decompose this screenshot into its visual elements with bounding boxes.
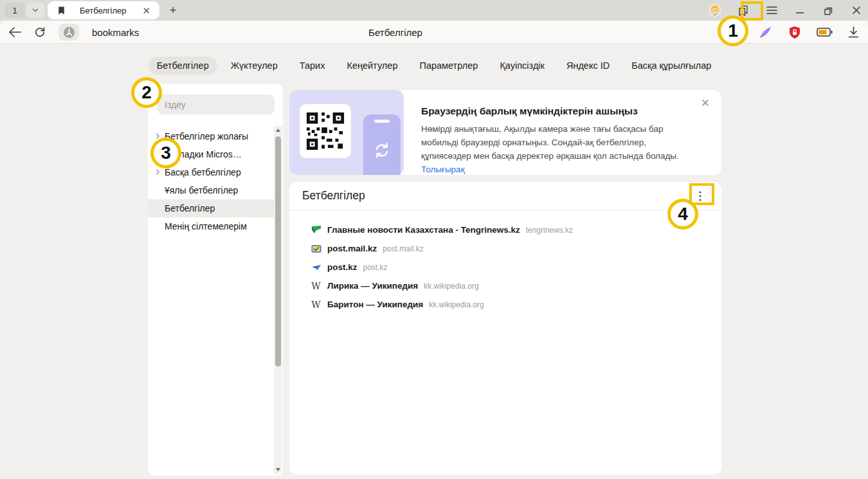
tab-counter-label: 1 <box>12 6 17 15</box>
browser-tab[interactable]: Бетбелгілер ✕ <box>48 1 159 19</box>
browser-window: 1 Бетбелгілер ✕ + <box>0 0 868 479</box>
sidebar-scrollbar[interactable] <box>274 126 282 474</box>
scrollbar-thumb[interactable] <box>275 136 281 366</box>
shield-protect-icon[interactable] <box>788 26 801 39</box>
bookmark-icon <box>57 6 66 15</box>
download-icon[interactable] <box>848 26 859 38</box>
bookmark-row[interactable]: post.mail.kz post.mail.kz <box>289 239 721 258</box>
phone-notch <box>374 120 390 123</box>
tree-item-my-links[interactable]: Менің сілтемелерім <box>148 217 274 235</box>
annotation-highlight-panel-icon <box>741 1 763 21</box>
tengrinews-icon <box>311 224 321 235</box>
mobile-promo-banner: Браузердің барлық мүмкіндіктерін ашыңыз … <box>289 90 721 175</box>
bookmark-row[interactable]: Главные новости Казахстана - Tengrinews.… <box>289 221 721 239</box>
menu-hamburger-icon[interactable] <box>765 4 778 17</box>
post-kz-icon <box>311 262 321 273</box>
user-avatar[interactable] <box>709 4 721 17</box>
window-restore-button[interactable] <box>822 4 835 17</box>
tab-counter-button[interactable]: 1 <box>5 3 25 18</box>
bookmark-row[interactable]: post.kz post.kz <box>289 258 721 276</box>
annotation-step-2: 2 <box>131 77 162 108</box>
annotation-step-3: 3 <box>150 138 181 168</box>
chevron-down-icon <box>31 6 40 15</box>
back-button[interactable] <box>9 27 21 37</box>
sync-icon <box>373 141 391 159</box>
scroll-up-icon[interactable] <box>275 128 281 132</box>
tab-bookmarks[interactable]: Бетбелгілер <box>149 57 217 75</box>
annotation-step-4: 4 <box>667 199 698 230</box>
address-bar-page-title: Бетбелгілер <box>368 21 422 44</box>
bookmarks-list: Главные новости Казахстана - Tengrinews.… <box>289 221 721 314</box>
tab-extensions[interactable]: Кеңейтулер <box>338 57 406 75</box>
tab-downloads[interactable]: Жүктеулер <box>222 57 286 75</box>
battery-icon[interactable] <box>817 28 833 37</box>
feather-extension-icon[interactable] <box>759 26 773 39</box>
annotation-highlight-kebab <box>689 183 714 205</box>
tree-item-mobile-bookmarks[interactable]: Ұялы бетбелгілер <box>148 181 274 199</box>
settings-nav-tabs: Бетбелгілер Жүктеулер Тарих Кеңейтулер П… <box>0 57 868 75</box>
window-minimize-button[interactable] <box>793 4 806 17</box>
banner-close-icon[interactable]: ✕ <box>698 95 712 111</box>
bookmarks-panel-title: Бетбелгілер <box>302 189 365 203</box>
tab-security[interactable]: Қауіпсіздік <box>491 57 553 75</box>
banner-title: Браузердің барлық мүмкіндіктерін ашыңыз <box>421 105 638 117</box>
qr-code <box>300 104 351 158</box>
window-close-button[interactable] <box>850 4 863 17</box>
tab-history[interactable]: Тарих <box>291 57 334 75</box>
banner-more-link[interactable]: Толығырақ <box>421 165 465 174</box>
banner-body: Нөмірді анықтағыш, Ақылды камера және та… <box>421 122 696 175</box>
wikipedia-icon: W <box>311 280 321 291</box>
mail-kz-icon <box>311 243 321 254</box>
new-tab-button[interactable]: + <box>165 2 181 19</box>
wikipedia-icon: W <box>311 299 321 310</box>
tab-close-icon[interactable]: ✕ <box>140 5 153 17</box>
protect-badge[interactable] <box>59 24 79 41</box>
chevron-right-icon[interactable] <box>154 168 162 176</box>
url-text[interactable]: bookmarks <box>92 27 139 38</box>
tab-settings[interactable]: Параметрлер <box>411 57 486 75</box>
bookmarks-panel-header: Бетбелгілер <box>289 182 721 210</box>
phone-illustration <box>363 114 401 175</box>
banner-illustration <box>289 90 404 175</box>
scroll-down-icon[interactable] <box>275 467 281 472</box>
search-input[interactable] <box>157 95 275 114</box>
annotation-step-1: 1 <box>718 15 748 46</box>
tree-item-bookmarks[interactable]: Бетбелгілер <box>148 199 274 217</box>
tab-title: Бетбелгілер <box>66 6 140 15</box>
tab-yandex-id[interactable]: Яндекс ID <box>558 57 618 75</box>
reload-button[interactable] <box>34 26 46 38</box>
tabs-dropdown-button[interactable] <box>26 3 44 18</box>
bookmark-row[interactable]: W Лирика — Уикипедия kk.wikipedia.org <box>289 276 721 295</box>
tab-other-devices[interactable]: Басқа құрылғылар <box>623 57 719 75</box>
bookmark-row[interactable]: W Баритон — Уикипедия kk.wikipedia.org <box>289 295 721 314</box>
bookmarks-panel: Бетбелгілер Главные новости Казахстана -… <box>289 182 721 474</box>
